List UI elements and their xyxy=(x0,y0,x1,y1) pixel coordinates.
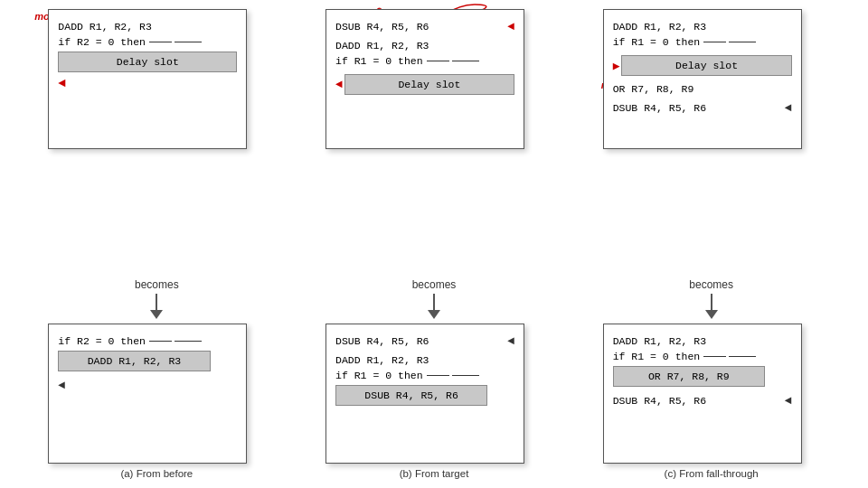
line-b1: DSUB R4, R5, R6 xyxy=(335,21,429,33)
arrow-stem-a xyxy=(156,294,157,310)
arrow-down-c xyxy=(705,310,718,319)
line-a1: DADD R1, R2, R3 xyxy=(58,21,237,33)
line-cb3: DSUB R4, R5, R6 xyxy=(613,395,707,407)
line-bb1: DSUB R4, R5, R6 xyxy=(335,335,429,347)
arrow-stem-c xyxy=(711,294,712,310)
line-b1-row: DSUB R4, R5, R6 ◄ xyxy=(335,17,514,36)
diagram-box-b-bottom: DSUB R4, R5, R6 ◄ DADD R1, R2, R3 if R1 … xyxy=(326,324,524,464)
line-bb3: if R1 = 0 then xyxy=(335,370,514,381)
delay-slot-b-row: ◄ Delay slot xyxy=(335,70,514,99)
line-a2: if R2 = 0 then xyxy=(58,36,237,48)
line-cb2: if R1 = 0 then xyxy=(613,351,792,362)
arrow-stem-b xyxy=(433,294,435,310)
line-cb3-row: DSUB R4, R5, R6 ◄ xyxy=(613,391,792,410)
line-bb1-row: DSUB R4, R5, R6 ◄ xyxy=(335,332,514,351)
line-c4-row: DSUB R4, R5, R6 ◄ xyxy=(613,99,792,117)
column-c-bottom: becomes DADD R1, R2, R3 if R1 = 0 then O… xyxy=(585,274,838,479)
main-container: move DADD R1, R2, R3 if R2 = 0 then xyxy=(0,0,868,488)
delay-slot-c-row: ▶ Delay slot xyxy=(613,52,792,80)
diagram-box-a-bottom: if R2 = 0 then DADD R1, R2, R3 ◄ xyxy=(48,324,247,464)
line-ab2: ◄ xyxy=(58,379,237,392)
line-b2: DADD R1, R2, R3 xyxy=(335,40,514,52)
becomes-section-c: becomes xyxy=(689,278,733,319)
filled-slot-a: DADD R1, R2, R3 xyxy=(58,351,210,371)
diagram-box-c-bottom: DADD R1, R2, R3 if R1 = 0 then OR R7, R8… xyxy=(603,324,802,464)
line-c4: DSUB R4, R5, R6 xyxy=(613,102,707,114)
line-c3: OR R7, R8, R9 xyxy=(613,83,792,95)
delay-slot-b: Delay slot xyxy=(344,74,514,95)
caption-b: (b) From target xyxy=(400,468,469,479)
line-c2: if R1 = 0 then xyxy=(613,36,792,48)
becomes-label-b: becomes xyxy=(412,278,457,291)
line-cb1: DADD R1, R2, R3 xyxy=(613,335,792,347)
column-a-bottom: becomes if R2 = 0 then DADD R1, R2, R3 ◄… xyxy=(30,274,283,479)
line-b3: if R1 = 0 then xyxy=(335,55,514,67)
becomes-label-a: becomes xyxy=(135,278,179,291)
line-ab1: if R2 = 0 then xyxy=(58,335,237,347)
diagram-box-b-top: DSUB R4, R5, R6 ◄ DADD R1, R2, R3 if R1 … xyxy=(326,9,524,149)
becomes-section-a: becomes xyxy=(135,278,179,319)
diagram-box-a-top: DADD R1, R2, R3 if R2 = 0 then Delay slo… xyxy=(48,9,247,149)
top-row: move DADD R1, R2, R3 if R2 = 0 then xyxy=(18,9,850,269)
filled-slot-b: DSUB R4, R5, R6 xyxy=(335,385,487,406)
diagram-box-c-top: DADD R1, R2, R3 if R1 = 0 then ▶ Delay s… xyxy=(603,9,802,149)
column-b: copy DSUB R4, R5, R6 ◄ xyxy=(307,9,561,149)
arrow-down-a xyxy=(150,310,163,319)
column-a: move DADD R1, R2, R3 if R2 = 0 then xyxy=(30,9,283,149)
becomes-label-c: becomes xyxy=(689,278,733,291)
caption-a: (a) From before xyxy=(120,468,193,479)
filled-slot-c: OR R7, R8, R9 xyxy=(613,366,765,387)
becomes-section-b: becomes xyxy=(412,278,457,319)
arrow-down-b xyxy=(428,310,440,319)
column-c: move DADD R1, R2, R3 if R1 = 0 then ▶ De… xyxy=(585,9,838,149)
column-b-bottom: becomes DSUB R4, R5, R6 ◄ DADD R1, R2, R… xyxy=(307,274,561,479)
line-bb2: DADD R1, R2, R3 xyxy=(335,354,514,366)
line-c1: DADD R1, R2, R3 xyxy=(613,21,792,33)
caption-c: (c) From fall-through xyxy=(665,468,759,479)
delay-slot-c: Delay slot xyxy=(621,55,791,76)
delay-slot-a: Delay slot xyxy=(58,52,237,72)
